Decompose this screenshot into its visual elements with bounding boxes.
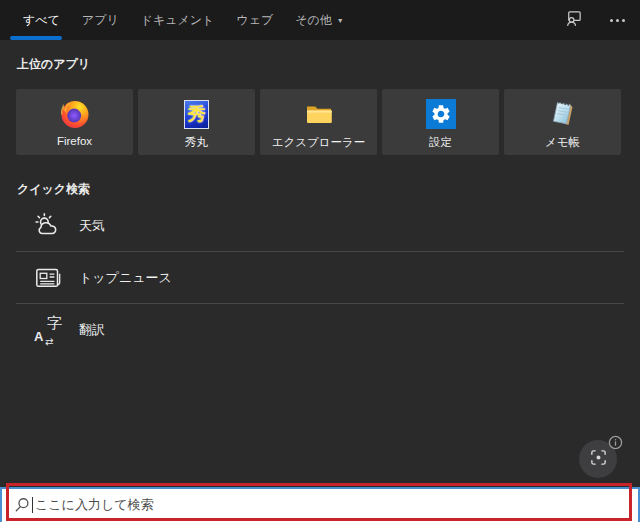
- text-cursor: [32, 497, 33, 513]
- ellipsis-icon: [610, 19, 625, 22]
- chevron-down-icon: ▼: [337, 17, 344, 24]
- windows-search-flyout: { "tabs": { "items": [ { "label": "すべて",…: [0, 0, 640, 522]
- active-tab-indicator: [10, 36, 62, 40]
- more-options-button[interactable]: [602, 5, 632, 35]
- hidemaru-glyph: 秀: [188, 105, 206, 123]
- top-apps-title: 上位のアプリ: [17, 56, 90, 73]
- app-tile-label: メモ帳: [545, 135, 580, 150]
- info-icon: [608, 436, 623, 453]
- firefox-icon: [59, 98, 91, 130]
- file-explorer-folder-icon: [303, 98, 335, 130]
- quick-search-label: 天気: [79, 217, 105, 235]
- tab-apps[interactable]: アプリ: [82, 12, 119, 29]
- news-icon: [33, 263, 63, 293]
- app-tile-label: 秀丸: [185, 135, 208, 150]
- hidemaru-icon: 秀: [184, 98, 209, 130]
- translate-kanji-glyph: 字: [47, 314, 62, 333]
- settings-gear-icon: [426, 98, 456, 130]
- translate-icon: 字 A ⇄: [33, 315, 63, 345]
- app-tile-settings[interactable]: 設定: [382, 89, 499, 155]
- translate-a-glyph: A: [34, 329, 43, 344]
- tab-more-label: その他: [295, 12, 332, 29]
- app-tile-label: エクスプローラー: [272, 135, 366, 150]
- user-account-icon: [564, 9, 583, 32]
- tab-list: すべて アプリ ドキュメント ウェブ その他 ▼: [0, 12, 344, 29]
- tab-more[interactable]: その他 ▼: [295, 12, 344, 29]
- app-tile-label: 設定: [429, 135, 452, 150]
- quick-search-top-news[interactable]: トップニュース: [0, 252, 624, 303]
- quick-search-translate[interactable]: 字 A ⇄ 翻訳: [0, 304, 624, 355]
- translate-arrows-glyph: ⇄: [45, 336, 53, 347]
- app-tile-firefox[interactable]: Firefox: [16, 89, 133, 155]
- user-account-button[interactable]: [558, 5, 588, 35]
- tab-documents[interactable]: ドキュメント: [141, 12, 215, 29]
- tab-web[interactable]: ウェブ: [236, 12, 273, 29]
- app-tile-explorer[interactable]: エクスプローラー: [260, 89, 377, 155]
- quick-search-label: トップニュース: [79, 269, 172, 287]
- visual-search-viewfinder-icon: [589, 448, 608, 471]
- app-tile-notepad[interactable]: メモ帳: [504, 89, 621, 155]
- quick-search-label: 翻訳: [79, 321, 105, 339]
- info-button[interactable]: [608, 435, 623, 450]
- weather-icon: [33, 211, 63, 241]
- quick-search-title: クイック検索: [17, 181, 90, 198]
- quick-search-weather[interactable]: 天気: [0, 200, 624, 251]
- search-input[interactable]: [35, 489, 625, 520]
- top-apps-grid: Firefox 秀 秀丸 エクスプローラー 設定: [16, 89, 621, 155]
- topbar-actions: [558, 0, 632, 40]
- search-icon: [14, 497, 30, 517]
- search-filter-tab-bar: すべて アプリ ドキュメント ウェブ その他 ▼: [0, 0, 640, 40]
- app-tile-hidemaru[interactable]: 秀 秀丸: [138, 89, 255, 155]
- tab-all[interactable]: すべて: [23, 12, 60, 29]
- app-tile-label: Firefox: [57, 135, 92, 147]
- notepad-icon: [547, 98, 579, 130]
- taskbar-search-box[interactable]: [0, 487, 640, 522]
- quick-search-list: 天気 トップニュース 字 A ⇄ 翻訳: [0, 200, 640, 355]
